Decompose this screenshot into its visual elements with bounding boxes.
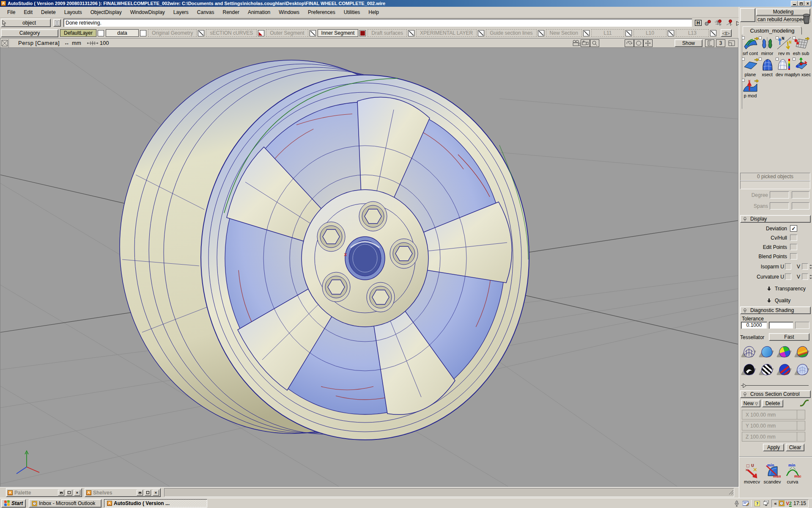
layer-defaultlayer[interactable]: DefaultLayer xyxy=(60,29,104,37)
xsec-delete-button[interactable]: Delete xyxy=(762,400,783,407)
layer-label[interactable]: Draft surfaces xyxy=(368,29,407,37)
layer-toggle[interactable] xyxy=(668,30,674,36)
wheel-rim[interactable]: x xyxy=(120,60,529,440)
layer-toggle[interactable] xyxy=(359,30,366,36)
ruler-icon[interactable] xyxy=(705,39,714,47)
zoom-lens-icon[interactable] xyxy=(590,39,599,47)
deviation-checkbox[interactable]: ✓ xyxy=(790,225,797,232)
menu-delete[interactable]: Delete xyxy=(37,8,60,17)
layer-label[interactable]: DefaultLayer xyxy=(60,29,96,37)
tool-option-box[interactable] xyxy=(742,79,745,82)
close-button[interactable]: × xyxy=(804,1,811,6)
palette-restore-button[interactable] xyxy=(58,490,64,496)
tumble-icon[interactable] xyxy=(625,39,634,47)
display-section-header[interactable]: Display xyxy=(740,215,811,223)
show-button[interactable]: Show xyxy=(675,39,702,47)
viewport-close-icon[interactable] xyxy=(0,39,9,47)
spans-field-v[interactable] xyxy=(792,202,809,210)
layer-toggle[interactable] xyxy=(538,30,544,36)
menu-utilities[interactable]: Utilities xyxy=(340,8,364,17)
layer-label[interactable]: L10 xyxy=(634,29,667,37)
xsec-new-button[interactable]: New ▽ xyxy=(741,400,760,407)
menu-animation[interactable]: Animation xyxy=(244,8,274,17)
layer-label[interactable]: L11 xyxy=(591,29,624,37)
tool-xsect[interactable]: xsect xyxy=(759,58,776,77)
title-bar[interactable]: A AutoStudio ( Version 2009 200803131206… xyxy=(0,0,812,7)
trash-icon[interactable] xyxy=(802,13,811,25)
spinner-icon[interactable] xyxy=(809,275,812,279)
menu-edit[interactable]: Edit xyxy=(20,8,36,17)
shade-solid-icon[interactable] xyxy=(760,345,775,360)
layer-label[interactable]: Guide section lines xyxy=(486,29,536,37)
status-line[interactable]: Done retrieving. xyxy=(63,19,692,27)
layer-toggle[interactable] xyxy=(310,30,316,36)
shade-wireframe-icon[interactable] xyxy=(742,345,757,360)
layer-l13[interactable]: L13 xyxy=(676,29,716,37)
tool-rev-m[interactable]: N N rev m xyxy=(776,36,793,56)
layer-label[interactable]: XPERIMENTAL LAYER xyxy=(416,29,477,37)
start-button[interactable]: Start xyxy=(1,499,26,508)
shade-patches-icon[interactable] xyxy=(777,345,793,360)
layer-toggle[interactable] xyxy=(583,30,590,36)
antivirus-icon[interactable]: V2 xyxy=(786,501,792,506)
track-icon[interactable] xyxy=(643,39,653,47)
layer-toggle[interactable] xyxy=(140,30,146,36)
tool-option-box[interactable] xyxy=(759,36,762,39)
layer-toggle[interactable] xyxy=(408,30,414,36)
layer-label[interactable]: Inner Segment xyxy=(318,29,359,37)
tool-option-box[interactable] xyxy=(759,58,762,61)
menu-windows[interactable]: Windows xyxy=(275,8,303,17)
layer-new-section[interactable]: New Section xyxy=(546,29,590,37)
layer-draft-surfaces[interactable]: Draft surfaces xyxy=(368,29,414,37)
shelves-restore-button[interactable] xyxy=(137,490,143,496)
tolerance-field[interactable]: 0.1000 xyxy=(741,322,767,329)
task-outlook[interactable]: Inbox - Microsoft Outlook xyxy=(29,499,102,508)
menu-preferences[interactable]: Preferences xyxy=(304,8,339,17)
quality-label[interactable]: Quality xyxy=(775,298,790,304)
spheres-icon[interactable] xyxy=(704,20,712,26)
layer-toggle[interactable] xyxy=(258,30,264,36)
tool-mirror[interactable]: mirror xyxy=(759,36,776,56)
outlook-reminder-icon[interactable] xyxy=(779,500,785,506)
layer-l10[interactable]: L10 xyxy=(634,29,674,37)
video-camera-icon[interactable] xyxy=(581,39,590,47)
layer-toggle[interactable] xyxy=(710,30,716,36)
menu-layers[interactable]: Layers xyxy=(170,8,192,17)
shelves-maximize-button[interactable] xyxy=(145,490,151,496)
tool-p-mod[interactable]: ➔ × p mod xyxy=(742,79,759,98)
tool-dyn-xsec[interactable]: dyn xsec xyxy=(793,58,809,77)
ime-pad-icon[interactable] xyxy=(742,500,749,507)
tool-mesh-sub[interactable]: ➔ esh sub xyxy=(793,36,809,56)
shelves-close-button[interactable]: × xyxy=(153,490,159,496)
grid-snap-icon[interactable] xyxy=(714,19,723,26)
layer-original-geometry[interactable]: Original Geometry xyxy=(148,29,204,37)
tool-dev-map[interactable]: dev map xyxy=(776,58,793,77)
palette-window[interactable]: A Palette × xyxy=(6,488,82,497)
shelves-window[interactable]: A Shelves × xyxy=(85,488,161,497)
isoparm-u-checkbox[interactable] xyxy=(785,263,791,270)
tool-movecv[interactable]: □ U × ✕ movecv xyxy=(743,463,761,484)
isoparm-v-checkbox[interactable] xyxy=(802,263,808,270)
layer-label[interactable]: New Section xyxy=(546,29,582,37)
tool-option-box[interactable] xyxy=(793,58,796,61)
tessellator-button[interactable]: Fast xyxy=(769,333,809,341)
movie-camera-icon[interactable] xyxy=(571,39,581,47)
cvhull-checkbox[interactable] xyxy=(790,235,797,241)
corner-layout-icon[interactable] xyxy=(727,39,736,47)
tool-option-box[interactable] xyxy=(793,36,796,39)
prompt-lines-button[interactable] xyxy=(53,19,61,27)
help-icon[interactable]: ? xyxy=(754,500,760,507)
restore-button[interactable] xyxy=(798,1,804,6)
tool-plane[interactable]: ➔ plane xyxy=(742,58,759,77)
tool-option-box[interactable] xyxy=(776,36,779,39)
shade-rainbow-icon[interactable] xyxy=(795,345,810,360)
layer-label[interactable]: sECTION cURVES xyxy=(206,29,257,37)
menu-windowdisplay[interactable]: WindowDisplay xyxy=(126,8,169,17)
xsec-row-z[interactable]: Z 100.00 mm xyxy=(742,432,805,442)
layer-label[interactable]: Outer Segment xyxy=(266,29,308,37)
tool-option-box[interactable] xyxy=(776,58,779,61)
shade-zebra-icon[interactable] xyxy=(760,362,775,378)
xsec-row-x[interactable]: X 100.00 mm xyxy=(742,410,805,420)
xsec-apply-button[interactable]: Apply xyxy=(763,444,784,451)
menu-file[interactable]: File xyxy=(3,8,19,17)
